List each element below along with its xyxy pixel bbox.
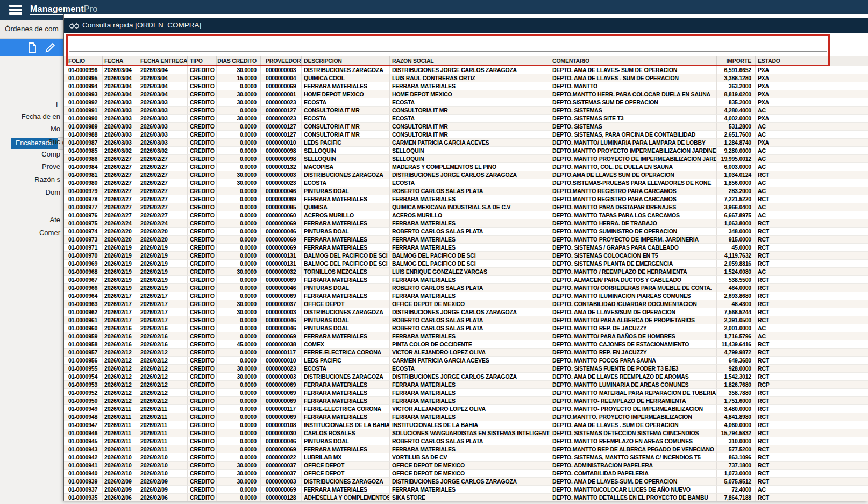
table-row[interactable]: 01-00009432026/02/112026/02/11CREDITO0.0…	[64, 445, 868, 453]
table-row[interactable]: 01-00009392026/02/092026/02/09CREDITO30.…	[64, 478, 868, 486]
cell: DISTRIBUCIONES ZARAGOZA	[302, 478, 390, 486]
cell: DEPTO. MANTTO SUMINISTRO DE OPERACION	[550, 228, 717, 236]
table-row[interactable]: 01-00009542026/02/122026/02/12CREDITO30.…	[64, 373, 868, 381]
column-header-dias-credito[interactable]: DIAS CREDITO	[217, 56, 261, 66]
table-row[interactable]: 01-00009842026/02/272026/02/27CREDITO0.0…	[64, 163, 868, 171]
table-row[interactable]: 01-00009852026/03/022026/03/02CREDITO0.0…	[64, 147, 868, 155]
hamburger-menu-icon[interactable]	[9, 5, 22, 15]
table-row[interactable]: 01-00009782026/02/272026/02/27CREDITO0.0…	[64, 195, 868, 203]
table-row[interactable]: 01-00009532026/02/122026/02/12CREDITO0.0…	[64, 381, 868, 389]
table-row[interactable]: 01-00009622026/02/172026/02/17CREDITO30.…	[64, 308, 868, 316]
cell: 0.0000	[217, 163, 261, 171]
cell: 2026/02/12	[103, 373, 138, 381]
tab-ordenes-de-compra[interactable]: Órdenes de com	[5, 25, 59, 33]
cell: RCT	[756, 437, 782, 445]
column-header-folio[interactable]: FOLIO	[64, 56, 103, 66]
table-row[interactable]: 01-00009912026/03/032026/03/03CREDITO0.0…	[64, 107, 868, 115]
column-header-fecha-entrega[interactable]: FECHA ENTREGA	[138, 56, 188, 66]
cell: 01-0000946	[64, 429, 103, 437]
cell: 0000000098	[261, 155, 302, 163]
table-row[interactable]: 01-00009962026/03/042026/03/04CREDITO30.…	[64, 66, 868, 74]
table-row[interactable]: 01-00009612026/02/172026/02/17CREDITO0.0…	[64, 316, 868, 324]
column-header-fecha[interactable]: FECHA	[103, 56, 138, 66]
table-row[interactable]: 01-00009942026/03/042026/03/04CREDITO0.0…	[64, 82, 868, 90]
table-row[interactable]: 01-00009562026/02/122026/02/12CREDITO0.0…	[64, 357, 868, 365]
table-row[interactable]: 01-00009582026/02/162026/02/16CREDITO45.…	[64, 340, 868, 349]
cell-filler	[782, 365, 868, 373]
cell: 01-0000945	[64, 437, 103, 445]
table-row[interactable]: 01-00009702026/02/192026/02/19CREDITO0.0…	[64, 252, 868, 260]
cell: 01-0000977	[64, 203, 103, 211]
table-row[interactable]: 01-00009742026/02/202026/02/20CREDITO0.0…	[64, 228, 868, 236]
table-row[interactable]: 01-00009472026/02/112026/02/11CREDITO0.0…	[64, 421, 868, 429]
table-row[interactable]: 01-00009862026/02/272026/02/27CREDITO0.0…	[64, 155, 868, 163]
cell: DEPTO. MANTTO REP. EN JACUZZY	[550, 349, 717, 357]
table-row[interactable]: 01-00009732026/02/202026/02/20CREDITO0.0…	[64, 236, 868, 244]
table-row[interactable]: 01-00009352026/02/062026/02/06CREDITO0.0…	[64, 494, 868, 501]
table-row[interactable]: 01-00009712026/02/192026/02/19CREDITO0.0…	[64, 244, 868, 252]
new-document-icon[interactable]	[26, 41, 39, 54]
column-header-comentario[interactable]: COMENTARIO	[550, 56, 717, 66]
table-row[interactable]: 01-00009572026/02/122026/02/12CREDITO0.0…	[64, 349, 868, 357]
cell: CREDITO	[188, 187, 217, 195]
table-row[interactable]: 01-00009482026/02/112026/02/11CREDITO0.0…	[64, 413, 868, 421]
table-row[interactable]: 01-00009922026/03/032026/03/03CREDITO30.…	[64, 98, 868, 107]
table-row[interactable]: 01-00009662026/02/192026/02/19CREDITO0.0…	[64, 284, 868, 292]
cell-filler	[782, 332, 868, 340]
column-header-estado[interactable]: ESTADO	[756, 56, 782, 66]
cell-filler	[782, 308, 868, 316]
column-header-descripcion[interactable]: DESCRIPCION	[302, 56, 390, 66]
edit-pencil-icon[interactable]	[44, 41, 56, 54]
table-row[interactable]: 01-00009492026/02/112026/02/11CREDITO0.0…	[64, 405, 868, 413]
table-row[interactable]: 01-00009642026/02/172026/02/17CREDITO0.0…	[64, 292, 868, 300]
column-header-tipo[interactable]: TIPO	[188, 56, 217, 66]
cell-filler	[782, 155, 868, 163]
table-row[interactable]: 01-00009522026/02/122026/02/12CREDITO0.0…	[64, 389, 868, 397]
table-row[interactable]: 01-00009892026/03/032026/03/03CREDITO0.0…	[64, 123, 868, 131]
table-row[interactable]: 01-00009762026/02/272026/02/27CREDITO0.0…	[64, 211, 868, 219]
table-row[interactable]: 01-00009502026/02/122026/02/12CREDITO0.0…	[64, 397, 868, 405]
cell: 310.0000	[717, 437, 756, 445]
table-row[interactable]: 01-00009792026/02/272026/02/27CREDITO0.0…	[64, 187, 868, 195]
table-row[interactable]: 01-00009872026/03/032026/03/03CREDITO0.0…	[64, 139, 868, 147]
table-row[interactable]: 01-00009552026/02/122026/02/12CREDITO30.…	[64, 365, 868, 373]
cell: RCT	[756, 397, 782, 405]
cell: FERRARA MATERIALES	[302, 486, 390, 494]
table-row[interactable]: 01-00009672026/02/192026/02/19CREDITO0.0…	[64, 276, 868, 284]
table-row[interactable]: 01-00009372026/02/092026/02/09CREDITO0.0…	[64, 486, 868, 494]
cell: 2026/02/27	[138, 195, 188, 203]
table-row[interactable]: 01-00009902026/03/032026/03/03CREDITO30.…	[64, 115, 868, 123]
column-header-razon-social[interactable]: RAZON SOCIAL	[390, 56, 550, 66]
cell-filler	[782, 397, 868, 405]
table-row[interactable]: 01-00009802026/02/272026/02/27CREDITO30.…	[64, 179, 868, 187]
table-row[interactable]: 01-00009752026/02/242026/02/24CREDITO0.0…	[64, 219, 868, 228]
cell: CREDITO	[188, 228, 217, 236]
cell: RCT	[756, 340, 782, 349]
table-row[interactable]: 01-00009592026/02/162026/02/16CREDITO0.0…	[64, 332, 868, 340]
table-row[interactable]: 01-00009882026/03/032026/03/03CREDITO0.0…	[64, 131, 868, 139]
table-row[interactable]: 01-00009932026/03/042026/03/04CREDITO30.…	[64, 90, 868, 98]
table-row[interactable]: 01-00009602026/02/162026/02/16CREDITO0.0…	[64, 324, 868, 332]
cell: 45.0000	[717, 244, 756, 252]
cell: 0.0000	[217, 276, 261, 284]
table-row[interactable]: 01-00009422026/02/102026/02/10CREDITO0.0…	[64, 453, 868, 462]
cell: DEPTO. MANTTO HERRA. DE TRABAJO	[550, 219, 717, 228]
column-header-importe[interactable]: IMPORTE	[717, 56, 756, 66]
quick-search-input[interactable]	[69, 37, 827, 52]
table-row[interactable]: 01-00009632026/02/172026/02/17CREDITO30.…	[64, 300, 868, 308]
table-row[interactable]: 01-00009462026/02/112026/02/11CREDITO0.0…	[64, 429, 868, 437]
column-header-proveedor[interactable]: PROVEEDOR	[261, 56, 302, 66]
cell: 8,819.0200	[717, 90, 756, 98]
table-row[interactable]: 01-00009812026/02/272026/02/27CREDITO30.…	[64, 171, 868, 179]
cell: 2026/02/19	[138, 276, 188, 284]
cell: 01-0000950	[64, 397, 103, 405]
table-row[interactable]: 01-00009452026/02/112026/02/11CREDITO0.0…	[64, 437, 868, 445]
table-row[interactable]: 01-00009682026/02/192026/02/19CREDITO30.…	[64, 268, 868, 276]
table-row[interactable]: 01-00009952026/03/042026/03/04CREDITO15.…	[64, 74, 868, 82]
form-label: Comer	[39, 229, 60, 237]
table-row[interactable]: 01-00009402026/02/102026/02/10CREDITO30.…	[64, 470, 868, 478]
cell: 2026/03/04	[138, 82, 188, 90]
table-row[interactable]: 01-00009412026/02/102026/02/10CREDITO30.…	[64, 462, 868, 470]
table-row[interactable]: 01-00009772026/02/272026/02/27CREDITO0.0…	[64, 203, 868, 211]
table-row[interactable]: 01-00009692026/02/192026/02/19CREDITO0.0…	[64, 260, 868, 268]
